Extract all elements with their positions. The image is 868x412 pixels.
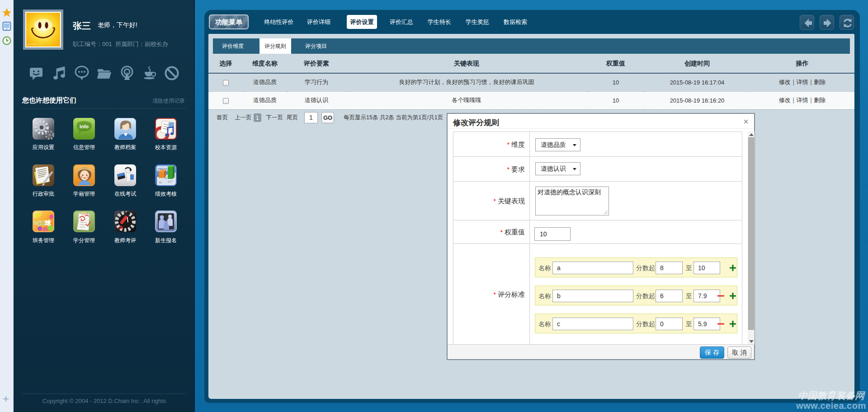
svg-text:127: 127 bbox=[168, 180, 173, 183]
svg-text:45: 45 bbox=[159, 181, 162, 184]
svg-text:info: info bbox=[80, 124, 89, 129]
svg-text:=(1)球: =(1)球 bbox=[34, 220, 51, 226]
